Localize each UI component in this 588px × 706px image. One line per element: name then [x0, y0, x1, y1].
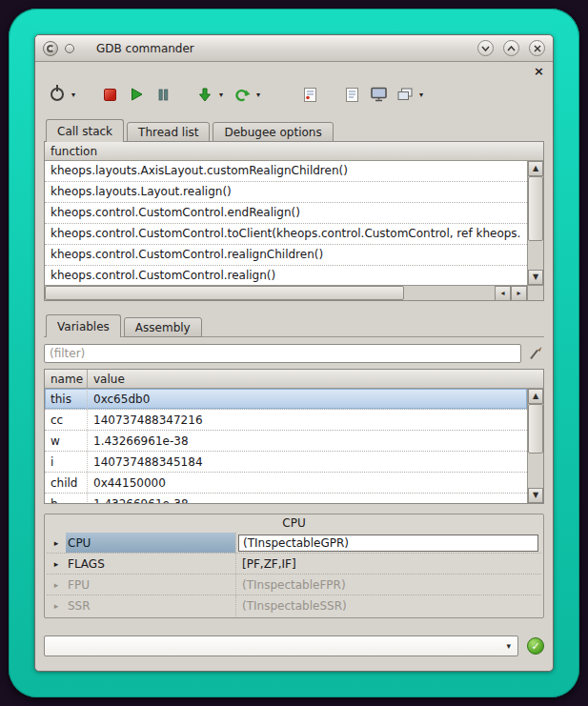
variable-value: 1.43266961e-38	[88, 494, 527, 503]
step-into-button[interactable]	[194, 84, 215, 105]
close-button[interactable]	[529, 40, 545, 56]
quit-options-chevron[interactable]: ▾	[69, 91, 78, 99]
titlebar-buttons	[477, 40, 545, 56]
filter-input[interactable]	[44, 344, 521, 363]
expand-arrow-icon[interactable]: ▸	[47, 575, 66, 595]
register-group-name[interactable]: SSR	[66, 595, 235, 616]
titlebar[interactable]: GDB commander	[35, 35, 553, 62]
register-group-row[interactable]: ▸ FLAGS [PF,ZF,IF]	[47, 554, 541, 575]
stack-frame-row[interactable]: kheops.layouts.AxisLayout.customRealignC…	[45, 161, 527, 182]
variable-value: 0xc65db0	[88, 389, 527, 409]
variable-row[interactable]: this 0xc65db0	[45, 389, 527, 410]
dock-content: × ▾ ▾	[35, 62, 553, 671]
scrollbar-track[interactable]	[404, 286, 495, 300]
views-options-chevron[interactable]: ▾	[416, 91, 426, 99]
callstack-vertical-scrollbar[interactable]: ▲ ▼	[527, 161, 543, 285]
scrollbar-thumb[interactable]	[45, 286, 404, 300]
gdb-commander-window: GDB commander ×	[34, 34, 554, 672]
curved-arrow-icon	[234, 87, 251, 102]
variable-name: cc	[45, 410, 88, 430]
scrollbar-corner	[527, 286, 543, 300]
expand-arrow-icon[interactable]: ▸	[47, 595, 66, 616]
chevron-down-icon	[481, 46, 490, 51]
variables-tabbar: Variables Assembly	[44, 314, 544, 337]
scroll-right-button[interactable]: ▸	[511, 286, 527, 301]
column-function[interactable]: function	[45, 142, 97, 160]
variable-name: b	[45, 494, 88, 503]
minimize-button[interactable]	[477, 40, 494, 56]
pause-icon	[158, 89, 169, 101]
pause-button[interactable]	[152, 84, 173, 105]
register-group-name[interactable]: FPU	[66, 575, 235, 595]
scrollbar-track[interactable]	[528, 241, 543, 270]
variable-row[interactable]: cc 140737488347216	[45, 410, 527, 431]
register-group-row[interactable]: ▸ CPU (TInspectableGPR)	[47, 533, 541, 554]
expression-input[interactable]	[50, 639, 504, 653]
tab-debugee-options[interactable]: Debugee options	[213, 122, 333, 142]
app-menu-icon[interactable]	[43, 41, 58, 56]
filter-brush-icon[interactable]	[527, 345, 544, 362]
variable-name: i	[45, 452, 88, 472]
register-group-name[interactable]: CPU	[66, 533, 235, 553]
register-group-row[interactable]: ▸ FPU (TInspectableFPR)	[47, 575, 541, 595]
run-button[interactable]	[126, 84, 147, 105]
variable-value: 140737488345184	[88, 452, 527, 472]
expand-arrow-icon[interactable]: ▸	[47, 554, 66, 574]
combobox-dropdown-icon[interactable]: ▾	[504, 641, 513, 651]
step-options-chevron[interactable]: ▾	[216, 91, 226, 99]
run-icon	[131, 88, 143, 101]
run-to-options-chevron[interactable]: ▾	[253, 91, 263, 99]
expand-arrow-icon[interactable]: ▸	[47, 533, 66, 553]
tab-call-stack[interactable]: Call stack	[46, 119, 124, 142]
scroll-up-button[interactable]: ▲	[528, 161, 543, 176]
variable-row[interactable]: child 0x44150000	[45, 473, 527, 494]
variable-value: 140737488347216	[88, 410, 527, 430]
scroll-down-button[interactable]: ▼	[528, 270, 543, 285]
evaluate-button[interactable]: ✓	[527, 637, 544, 655]
register-group-value: (TInspectableGPR)	[235, 533, 541, 553]
stack-frame-row[interactable]: kheops.control.CustomControl.toClient(kh…	[45, 224, 527, 245]
stack-frame-row[interactable]: kheops.control.CustomControl.realign()	[45, 266, 527, 285]
tab-assembly[interactable]: Assembly	[124, 317, 202, 337]
expression-combobox[interactable]: ▾	[44, 635, 518, 656]
tab-thread-list[interactable]: Thread list	[127, 122, 210, 142]
column-name[interactable]: name	[45, 370, 88, 388]
run-to-cursor-button[interactable]	[232, 84, 253, 105]
scroll-down-button[interactable]: ▼	[528, 488, 543, 503]
register-value-editor[interactable]: (TInspectableGPR)	[238, 535, 538, 552]
debug-screen-button[interactable]	[368, 84, 389, 105]
variables-vertical-scrollbar[interactable]: ▲ ▼	[527, 389, 543, 503]
variable-row[interactable]: w 1.43266961e-38	[45, 431, 527, 452]
scrollbar-thumb[interactable]	[528, 404, 543, 454]
scroll-left-button[interactable]: ◂	[495, 286, 511, 301]
dock-close-button[interactable]: ×	[534, 65, 544, 77]
stack-frame-row[interactable]: kheops.layouts.Layout.realign()	[45, 182, 527, 203]
register-group-row[interactable]: ▸ SSR (TInspectableSSR)	[47, 595, 541, 616]
stop-button[interactable]	[99, 84, 120, 105]
register-group-name[interactable]: FLAGS	[66, 554, 235, 574]
watch-list-button[interactable]	[341, 84, 362, 105]
scroll-up-button[interactable]: ▲	[528, 389, 543, 404]
column-value[interactable]: value	[88, 370, 543, 388]
breakpoint-list-button[interactable]	[299, 84, 320, 105]
variable-row[interactable]: i 140737488345184	[45, 452, 527, 473]
quit-debugger-button[interactable]	[47, 84, 68, 105]
stack-frame-row[interactable]: kheops.control.CustomControl.realignChil…	[45, 245, 527, 266]
maximize-button[interactable]	[503, 40, 519, 56]
debug-views-button[interactable]	[395, 84, 416, 105]
pin-button[interactable]	[65, 44, 74, 53]
brush-icon	[528, 346, 543, 361]
stack-frame-row[interactable]: kheops.control.CustomControl.endRealign(…	[45, 203, 527, 224]
variables-header[interactable]: name value	[45, 370, 543, 389]
callstack-list: kheops.layouts.AxisLayout.customRealignC…	[45, 161, 543, 285]
scrollbar-track[interactable]	[528, 454, 543, 488]
variable-row[interactable]: b 1.43266961e-38	[45, 494, 527, 503]
callstack-header[interactable]: function	[45, 142, 543, 161]
callstack-horizontal-scrollbar[interactable]: ◂ ▸	[45, 285, 543, 300]
check-icon: ✓	[531, 640, 539, 653]
tab-variables[interactable]: Variables	[46, 314, 121, 337]
window-title: GDB commander	[96, 42, 194, 55]
register-group-value: [PF,ZF,IF]	[235, 554, 541, 574]
register-group-value: (TInspectableFPR)	[235, 575, 541, 595]
scrollbar-thumb[interactable]	[528, 176, 543, 241]
